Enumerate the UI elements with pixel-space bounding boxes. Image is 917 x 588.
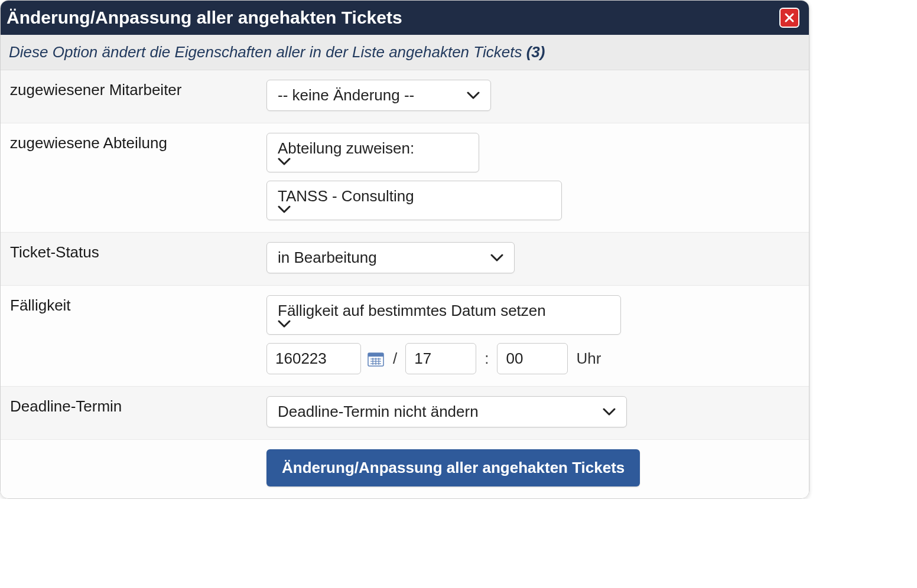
row-assigned-department: zugewiesene Abteilung Abteilung zuweisen… — [1, 123, 809, 233]
due-hour-input[interactable] — [405, 343, 476, 374]
label-empty — [1, 440, 261, 461]
svg-rect-1 — [368, 353, 383, 357]
row-assigned-employee: zugewiesener Mitarbeiter -- keine Änderu… — [1, 70, 809, 123]
row-deadline: Deadline-Termin Deadline-Termin nicht än… — [1, 387, 809, 440]
select-due-mode[interactable]: Fälligkeit auf bestimmtes Datum setzen — [266, 295, 621, 335]
select-department[interactable]: TANSS - Consulting — [266, 181, 562, 220]
label-assigned-department: zugewiesene Abteilung — [1, 123, 261, 163]
separator-slash: / — [391, 349, 399, 368]
close-button[interactable] — [779, 8, 799, 28]
row-ticket-status: Ticket-Status in Bearbeitung — [1, 233, 809, 286]
subheader-count: (3) — [526, 43, 545, 61]
select-ticket-status[interactable]: in Bearbeitung — [266, 242, 515, 273]
calendar-icon[interactable] — [367, 350, 385, 368]
due-date-inline-group: / : Uhr — [266, 343, 799, 374]
form: zugewiesener Mitarbeiter -- keine Änderu… — [1, 70, 809, 498]
submit-button[interactable]: Änderung/Anpassung aller angehakten Tick… — [266, 449, 640, 486]
select-ticket-status-value: in Bearbeitung — [278, 249, 377, 267]
chevron-down-icon — [278, 320, 610, 328]
row-due-date: Fälligkeit Fälligkeit auf bestimmtes Dat… — [1, 286, 809, 387]
chevron-down-icon — [278, 205, 551, 214]
chevron-down-icon — [278, 158, 468, 166]
select-due-mode-value: Fälligkeit auf bestimmtes Datum setzen — [278, 302, 546, 319]
select-department-value: TANSS - Consulting — [278, 187, 414, 205]
bulk-change-dialog: Änderung/Anpassung aller angehakten Tick… — [0, 0, 809, 499]
chevron-down-icon — [490, 254, 503, 262]
select-assigned-employee[interactable]: -- keine Änderung -- — [266, 80, 491, 111]
due-date-input[interactable] — [266, 343, 361, 374]
label-ticket-status: Ticket-Status — [1, 233, 261, 272]
select-department-action[interactable]: Abteilung zuweisen: — [266, 133, 479, 172]
select-department-action-value: Abteilung zuweisen: — [278, 139, 414, 157]
select-deadline-value: Deadline-Termin nicht ändern — [278, 403, 479, 421]
label-deadline: Deadline-Termin — [1, 387, 261, 426]
subheader-text: Diese Option ändert die Eigenschaften al… — [9, 43, 522, 61]
row-submit: Änderung/Anpassung aller angehakten Tick… — [1, 440, 809, 498]
due-minute-input[interactable] — [497, 343, 568, 374]
dialog-title: Änderung/Anpassung aller angehakten Tick… — [6, 8, 402, 28]
label-due-date: Fälligkeit — [1, 286, 261, 325]
chevron-down-icon — [603, 408, 616, 416]
chevron-down-icon — [467, 92, 480, 100]
select-deadline[interactable]: Deadline-Termin nicht ändern — [266, 396, 627, 427]
due-unit-label: Uhr — [574, 349, 603, 368]
label-assigned-employee: zugewiesener Mitarbeiter — [1, 70, 261, 110]
select-assigned-employee-value: -- keine Änderung -- — [278, 86, 414, 104]
separator-colon: : — [482, 349, 491, 368]
dialog-header: Änderung/Anpassung aller angehakten Tick… — [1, 1, 809, 35]
close-icon — [784, 12, 795, 23]
dialog-subheader: Diese Option ändert die Eigenschaften al… — [1, 35, 809, 70]
